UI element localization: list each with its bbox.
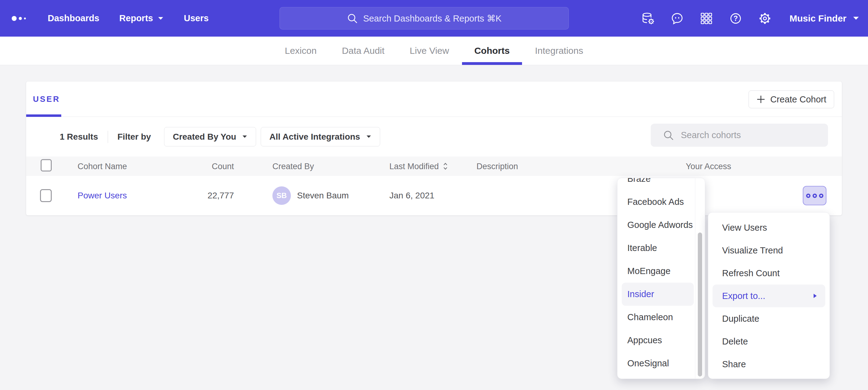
column-cohort-name: Cohort Name xyxy=(78,161,127,171)
integrations-filter-dropdown[interactable]: All Active Integrations xyxy=(261,127,380,147)
tab-data-audit[interactable]: Data Audit xyxy=(342,37,384,65)
logo-dot xyxy=(19,17,22,20)
submenu-item-appcues[interactable]: Appcues xyxy=(617,329,694,352)
menu-item-view-users[interactable]: View Users xyxy=(708,216,830,239)
nav-reports[interactable]: Reports xyxy=(119,13,164,23)
help-icon[interactable]: ? xyxy=(728,11,743,26)
search-cohorts-input[interactable]: Search cohorts xyxy=(651,124,828,147)
more-dot xyxy=(819,193,824,198)
export-submenu-list: Braze Facebook Ads Google Adwords Iterab… xyxy=(617,178,705,375)
filter-by-label: Filter by xyxy=(118,132,151,142)
chevron-down-icon xyxy=(242,135,247,138)
chevron-down-icon xyxy=(366,135,372,138)
submenu-arrow-icon xyxy=(813,293,817,299)
submenu-scrollbar[interactable] xyxy=(695,178,705,379)
menu-item-refresh-count[interactable]: Refresh Count xyxy=(708,262,830,285)
integrations-filter-label: All Active Integrations xyxy=(269,132,360,142)
row-checkbox[interactable] xyxy=(40,189,52,202)
active-tab-underline xyxy=(462,62,522,65)
export-submenu: Braze Facebook Ads Google Adwords Iterab… xyxy=(617,178,705,379)
global-search-placeholder: Search Dashboards & Reports ⌘K xyxy=(363,13,502,24)
row-actions-button[interactable] xyxy=(803,186,827,205)
tab-lexicon[interactable]: Lexicon xyxy=(285,37,316,65)
user-tab-underline xyxy=(26,115,61,117)
menu-item-visualize-trend[interactable]: Visualize Trend xyxy=(708,239,830,262)
create-cohort-label: Create Cohort xyxy=(770,94,826,105)
tab-cohorts-label: Cohorts xyxy=(474,45,510,56)
global-search-input[interactable]: Search Dashboards & Reports ⌘K xyxy=(279,7,569,30)
nav-users[interactable]: Users xyxy=(184,13,209,23)
select-all-checkbox[interactable] xyxy=(41,159,52,171)
data-management-icon[interactable] xyxy=(641,11,655,26)
sort-icon xyxy=(443,162,448,170)
cohort-type-tabs: USER Create Cohort xyxy=(26,82,842,117)
divider xyxy=(108,131,108,143)
svg-text:?: ? xyxy=(734,14,738,23)
plus-icon xyxy=(756,95,766,104)
main-nav: Dashboards Reports Users xyxy=(48,0,209,37)
nav-dashboards[interactable]: Dashboards xyxy=(48,13,99,23)
project-switcher[interactable]: Music Finder xyxy=(789,13,859,24)
submenu-item-facebook-ads[interactable]: Facebook Ads xyxy=(617,190,694,214)
menu-item-export-to-label: Export to... xyxy=(722,291,765,301)
settings-gear-icon[interactable] xyxy=(758,11,772,26)
logo-dot xyxy=(12,16,17,21)
apps-grid-icon[interactable] xyxy=(699,11,713,26)
column-your-access: Your Access xyxy=(686,161,731,171)
column-count: Count xyxy=(174,161,234,171)
submenu-item-braze[interactable]: Braze xyxy=(617,178,694,190)
tab-user[interactable]: USER xyxy=(33,82,60,117)
submenu-item-chameleon[interactable]: Chameleon xyxy=(617,306,694,329)
tab-user-label: USER xyxy=(33,94,60,104)
cohorts-card: USER Create Cohort 1 Results Filter by C… xyxy=(26,82,842,215)
created-by-name: Steven Baum xyxy=(297,191,349,200)
menu-item-share[interactable]: Share xyxy=(708,353,830,376)
menu-item-delete[interactable]: Delete xyxy=(708,330,830,353)
submenu-item-moengage[interactable]: MoEngage xyxy=(617,260,694,283)
column-description: Description xyxy=(476,161,518,171)
tab-integrations[interactable]: Integrations xyxy=(535,37,583,65)
filter-toolbar: 1 Results Filter by Created By You All A… xyxy=(26,117,842,157)
tab-cohorts[interactable]: Cohorts xyxy=(474,37,510,65)
column-created-by: Created By xyxy=(272,161,314,171)
chevron-down-icon xyxy=(158,17,164,20)
more-dot xyxy=(813,193,817,198)
created-by-filter-dropdown[interactable]: Created By You xyxy=(164,127,256,147)
top-navbar: Dashboards Reports Users Search Dashboar… xyxy=(0,0,868,37)
avatar: SB xyxy=(272,186,291,205)
submenu-item-onesignal[interactable]: OneSignal xyxy=(617,352,694,375)
mixpanel-logo[interactable] xyxy=(12,16,26,21)
project-name: Music Finder xyxy=(789,13,846,24)
submenu-item-google-adwords[interactable]: Google Adwords xyxy=(617,214,694,236)
more-dot xyxy=(806,193,810,198)
results-count: 1 Results xyxy=(60,132,98,142)
last-modified-date: Jan 6, 2021 xyxy=(390,191,434,200)
cohort-name-link[interactable]: Power Users xyxy=(78,191,127,200)
cohort-count: 22,777 xyxy=(174,191,234,200)
navbar-actions: ? Music Finder xyxy=(641,0,859,37)
table-row: Power Users 22,777 SB Steven Baum Jan 6,… xyxy=(26,176,842,215)
created-by-filter-label: Created By You xyxy=(173,132,236,142)
tab-live-view[interactable]: Live View xyxy=(410,37,449,65)
chevron-down-icon xyxy=(852,16,859,20)
table-header: Cohort Name Count Created By Last Modifi… xyxy=(26,157,842,176)
search-icon xyxy=(663,130,674,141)
menu-item-export-to[interactable]: Export to... xyxy=(713,285,825,307)
submenu-item-insider[interactable]: Insider xyxy=(622,283,694,306)
feedback-icon[interactable] xyxy=(670,11,684,26)
search-icon xyxy=(347,13,358,24)
page-body: USER Create Cohort 1 Results Filter by C… xyxy=(0,65,868,215)
column-last-modified-sort[interactable]: Last Modified xyxy=(390,161,448,171)
submenu-item-iterable[interactable]: Iterable xyxy=(617,236,694,260)
row-context-menu: View Users Visualize Trend Refresh Count… xyxy=(708,212,830,379)
menu-item-duplicate[interactable]: Duplicate xyxy=(708,307,830,330)
nav-reports-label: Reports xyxy=(119,13,153,23)
logo-dot xyxy=(24,18,26,20)
search-cohorts-placeholder: Search cohorts xyxy=(681,130,741,140)
create-cohort-button[interactable]: Create Cohort xyxy=(749,90,834,108)
column-last-modified-label: Last Modified xyxy=(390,161,439,171)
section-tabs: Lexicon Data Audit Live View Cohorts Int… xyxy=(0,37,868,65)
submenu-scrollbar-thumb[interactable] xyxy=(698,232,702,377)
